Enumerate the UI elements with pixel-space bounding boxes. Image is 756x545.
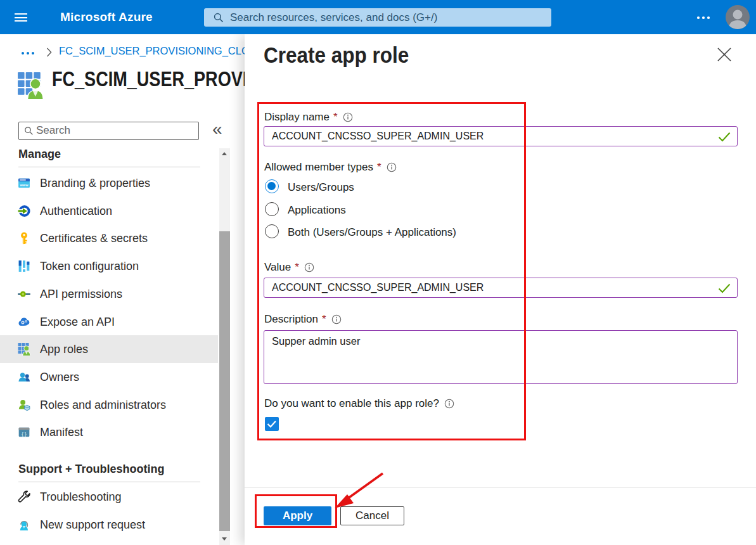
svg-text:www: www	[20, 183, 29, 187]
svg-text:{ }: { }	[22, 431, 27, 437]
